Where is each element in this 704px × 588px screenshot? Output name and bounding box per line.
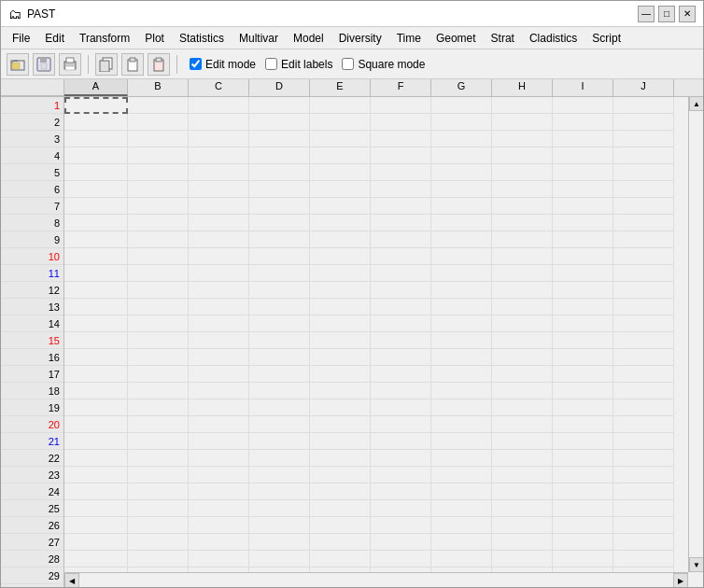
cell[interactable] — [613, 383, 674, 399]
cell[interactable] — [128, 366, 189, 383]
cell[interactable] — [371, 265, 431, 282]
cell[interactable] — [371, 483, 431, 500]
cell[interactable] — [310, 450, 371, 467]
square-mode-checkbox[interactable]: Square mode — [342, 58, 425, 71]
row-num[interactable]: 20 — [1, 416, 63, 433]
menu-edit[interactable]: Edit — [37, 30, 72, 47]
row-num[interactable]: 1 — [1, 97, 63, 114]
cell[interactable] — [492, 198, 553, 215]
cell[interactable] — [553, 231, 613, 248]
cell[interactable] — [613, 483, 674, 500]
cell[interactable] — [371, 517, 431, 534]
row-num[interactable]: 18 — [1, 383, 63, 399]
cell[interactable] — [310, 349, 371, 366]
cell[interactable] — [431, 198, 492, 215]
menu-model[interactable]: Model — [286, 30, 331, 47]
edit-mode-checkbox[interactable]: Edit mode — [190, 58, 256, 71]
cell[interactable] — [310, 282, 371, 299]
cell[interactable] — [431, 265, 492, 282]
minimize-button[interactable]: — — [638, 6, 655, 22]
cell[interactable] — [310, 551, 371, 567]
cell[interactable] — [553, 215, 613, 231]
cell[interactable] — [64, 164, 128, 181]
cell[interactable] — [431, 114, 492, 131]
cell[interactable] — [553, 332, 613, 349]
col-header-i[interactable]: I — [553, 79, 613, 96]
cell[interactable] — [128, 416, 189, 433]
row-num[interactable]: 14 — [1, 315, 63, 332]
cell[interactable] — [189, 483, 249, 500]
cell[interactable] — [128, 483, 189, 500]
cell[interactable] — [64, 332, 128, 349]
copy-button[interactable] — [95, 53, 118, 76]
cell[interactable] — [189, 450, 249, 467]
cell[interactable] — [64, 500, 128, 517]
row-num[interactable]: 30 — [1, 584, 63, 587]
cell[interactable] — [189, 282, 249, 299]
cell[interactable] — [431, 399, 492, 416]
cell[interactable] — [310, 181, 371, 198]
cell[interactable] — [249, 467, 310, 483]
cell[interactable] — [189, 181, 249, 198]
cell[interactable] — [189, 248, 249, 265]
cell[interactable] — [310, 231, 371, 248]
row-num[interactable]: 16 — [1, 349, 63, 366]
col-header-h[interactable]: H — [492, 79, 553, 96]
cell[interactable] — [371, 500, 431, 517]
cell[interactable] — [613, 416, 674, 433]
cell[interactable] — [189, 114, 249, 131]
cell[interactable] — [310, 265, 371, 282]
cell[interactable] — [64, 181, 128, 198]
cell[interactable] — [310, 315, 371, 332]
cell[interactable] — [189, 231, 249, 248]
cell[interactable] — [553, 366, 613, 383]
cell[interactable] — [613, 551, 674, 567]
cell[interactable] — [249, 248, 310, 265]
cell[interactable] — [371, 366, 431, 383]
cell[interactable] — [310, 416, 371, 433]
cell[interactable] — [492, 433, 553, 450]
cell[interactable] — [189, 215, 249, 231]
cell[interactable] — [371, 315, 431, 332]
menu-script[interactable]: Script — [584, 30, 628, 47]
cell[interactable] — [492, 551, 553, 567]
cell[interactable] — [492, 500, 553, 517]
cell[interactable] — [128, 332, 189, 349]
cell[interactable] — [249, 517, 310, 534]
cell[interactable] — [310, 97, 371, 114]
cell[interactable] — [128, 399, 189, 416]
scroll-right-button[interactable]: ▶ — [673, 573, 688, 587]
cell[interactable] — [189, 315, 249, 332]
cell[interactable] — [310, 332, 371, 349]
cell[interactable] — [371, 215, 431, 231]
cell[interactable] — [431, 551, 492, 567]
edit-mode-input[interactable] — [190, 58, 202, 70]
cell[interactable] — [371, 114, 431, 131]
cell[interactable] — [371, 534, 431, 551]
cell[interactable] — [431, 500, 492, 517]
cell[interactable] — [431, 131, 492, 147]
cell[interactable] — [553, 97, 613, 114]
col-header-a[interactable]: A — [64, 79, 128, 96]
cell[interactable] — [64, 433, 128, 450]
cell[interactable] — [249, 265, 310, 282]
col-header-d[interactable]: D — [249, 79, 310, 96]
cell[interactable] — [613, 517, 674, 534]
cell[interactable] — [128, 215, 189, 231]
cell[interactable] — [249, 551, 310, 567]
cell[interactable] — [553, 399, 613, 416]
cell[interactable] — [492, 97, 553, 114]
cell[interactable] — [371, 416, 431, 433]
row-num[interactable]: 29 — [1, 567, 63, 584]
cell[interactable] — [431, 97, 492, 114]
row-num[interactable]: 7 — [1, 198, 63, 215]
cell[interactable] — [613, 366, 674, 383]
cell[interactable] — [613, 265, 674, 282]
cell[interactable] — [64, 299, 128, 315]
cell[interactable] — [64, 131, 128, 147]
menu-statistics[interactable]: Statistics — [172, 30, 232, 47]
cell[interactable] — [553, 282, 613, 299]
cell[interactable] — [431, 248, 492, 265]
row-num[interactable]: 9 — [1, 231, 63, 248]
cell[interactable] — [128, 299, 189, 315]
